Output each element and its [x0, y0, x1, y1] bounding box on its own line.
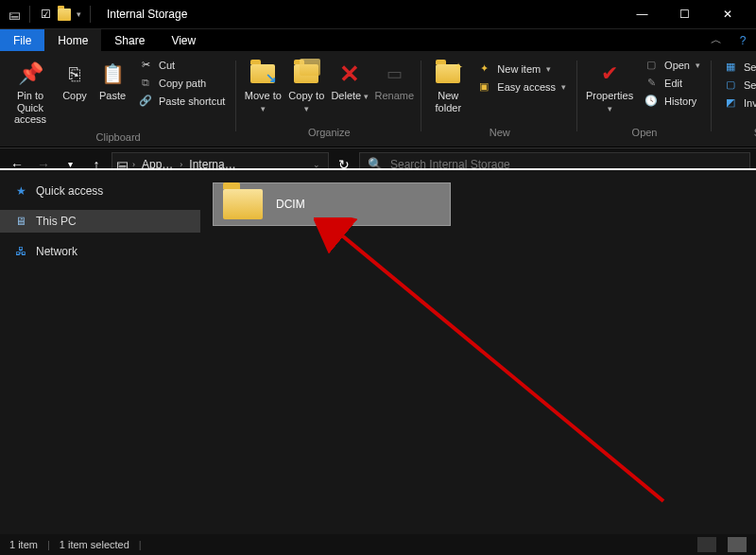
sidebar-item-label: Network: [36, 245, 77, 258]
paste-shortcut-button[interactable]: 🔗Paste shortcut: [132, 93, 231, 109]
sidebar-item-network[interactable]: 🖧 Network: [0, 240, 200, 263]
copy-to-button[interactable]: Copy to ▾: [285, 57, 327, 117]
qat-checkbox-icon[interactable]: ☑: [39, 8, 52, 21]
tab-share[interactable]: Share: [101, 29, 158, 51]
paste-icon: 📋: [98, 61, 127, 87]
sidebar-item-this-pc[interactable]: 🖥 This PC: [0, 210, 200, 233]
new-item-icon: ✦: [476, 62, 491, 75]
select-none-button[interactable]: ▢Select none: [717, 77, 756, 93]
select-none-icon: ▢: [723, 78, 738, 91]
history-button[interactable]: 🕓History: [638, 93, 706, 109]
qat-folder-icon[interactable]: [58, 8, 71, 21]
navigation-pane: ★ Quick access 🖥 This PC 🖧 Network: [0, 170, 200, 534]
ribbon: 📌 Pin to Quick access ⎘ Copy 📋 Paste ✂Cu…: [0, 51, 756, 147]
status-bar: 1 item | 1 item selected |: [0, 534, 756, 555]
folder-name: DCIM: [276, 198, 305, 211]
sidebar-item-label: This PC: [36, 215, 77, 228]
tab-file[interactable]: File: [0, 29, 44, 51]
new-folder-button[interactable]: New folder: [427, 57, 469, 117]
invert-selection-button[interactable]: ◩Invert selection: [717, 95, 756, 111]
svg-line-0: [337, 232, 663, 501]
edit-button[interactable]: ✎Edit: [638, 75, 706, 91]
move-to-icon: [249, 61, 277, 87]
new-folder-icon: [434, 61, 462, 87]
content-pane[interactable]: DCIM: [200, 170, 756, 534]
properties-icon: ✔: [595, 61, 624, 87]
cut-button[interactable]: ✂Cut: [132, 57, 231, 73]
copy-path-icon: ⧉: [138, 77, 153, 89]
network-icon: 🖧: [13, 245, 28, 258]
minimize-button[interactable]: —: [621, 0, 663, 28]
ribbon-group-new: New folder ✦New item ▾ ▣Easy access ▾ Ne…: [421, 55, 577, 147]
folder-icon: [223, 189, 263, 219]
ribbon-group-open: ✔ Properties ▾ ▢Open ▾ ✎Edit 🕓History Op…: [577, 55, 712, 147]
maximize-button[interactable]: ☐: [663, 0, 706, 28]
device-icon: 🖴: [8, 8, 21, 21]
tab-view[interactable]: View: [158, 29, 209, 51]
view-details-button[interactable]: [697, 537, 716, 552]
ribbon-collapse-button[interactable]: ︿: [703, 29, 730, 51]
status-selected-count: 1 item selected: [60, 539, 129, 550]
move-to-button[interactable]: Move to ▾: [242, 57, 284, 117]
copy-path-button[interactable]: ⧉Copy path: [132, 75, 231, 91]
new-item-button[interactable]: ✦New item ▾: [471, 61, 572, 77]
invert-selection-icon: ◩: [723, 96, 738, 109]
help-button[interactable]: ?: [730, 29, 756, 51]
close-button[interactable]: ✕: [706, 0, 748, 28]
copy-to-icon: [292, 61, 320, 87]
sidebar-item-label: Quick access: [36, 184, 103, 198]
window-title: Internal Storage: [107, 8, 187, 21]
ribbon-group-clipboard: 📌 Pin to Quick access ⎘ Copy 📋 Paste ✂Cu…: [0, 55, 236, 147]
history-icon: 🕓: [644, 95, 659, 107]
ribbon-group-select: ▦Select all ▢Select none ◩Invert selecti…: [712, 55, 756, 147]
cut-icon: ✂: [138, 59, 153, 71]
rename-button[interactable]: ▭ Rename: [372, 57, 416, 106]
star-icon: ★: [13, 184, 28, 198]
pin-quick-access-button[interactable]: 📌 Pin to Quick access: [6, 57, 55, 130]
easy-access-icon: ▣: [476, 80, 491, 93]
copy-icon: ⎘: [60, 61, 89, 87]
ribbon-tabs: File Home Share View ︿ ?: [0, 28, 756, 51]
open-button[interactable]: ▢Open ▾: [638, 57, 706, 73]
open-icon: ▢: [644, 59, 659, 71]
easy-access-button[interactable]: ▣Easy access ▾: [471, 78, 572, 95]
delete-button[interactable]: ✕ Delete ▾: [329, 57, 370, 106]
select-all-button[interactable]: ▦Select all: [717, 59, 756, 75]
qat-dropdown-icon[interactable]: ▾: [77, 9, 81, 19]
view-large-icons-button[interactable]: [728, 537, 747, 552]
pin-icon: 📌: [16, 61, 44, 87]
annotation-arrow: [314, 217, 711, 548]
paste-button[interactable]: 📋 Paste: [94, 57, 130, 106]
paste-shortcut-icon: 🔗: [138, 95, 153, 107]
folder-item-dcim[interactable]: DCIM: [214, 183, 450, 225]
copy-button[interactable]: ⎘ Copy: [57, 57, 93, 106]
properties-button[interactable]: ✔ Properties ▾: [583, 57, 636, 117]
monitor-icon: 🖥: [13, 215, 28, 228]
ribbon-group-organize: Move to ▾ Copy to ▾ ✕ Delete ▾ ▭ Rename …: [236, 55, 421, 147]
status-item-count: 1 item: [9, 539, 38, 550]
sidebar-item-quick-access[interactable]: ★ Quick access: [0, 180, 200, 202]
rename-icon: ▭: [380, 61, 408, 87]
delete-icon: ✕: [335, 61, 364, 87]
edit-icon: ✎: [644, 77, 659, 89]
tab-home[interactable]: Home: [44, 29, 101, 51]
select-all-icon: ▦: [723, 61, 738, 73]
title-bar: 🖴 ☑ ▾ Internal Storage — ☐ ✕: [0, 0, 756, 28]
